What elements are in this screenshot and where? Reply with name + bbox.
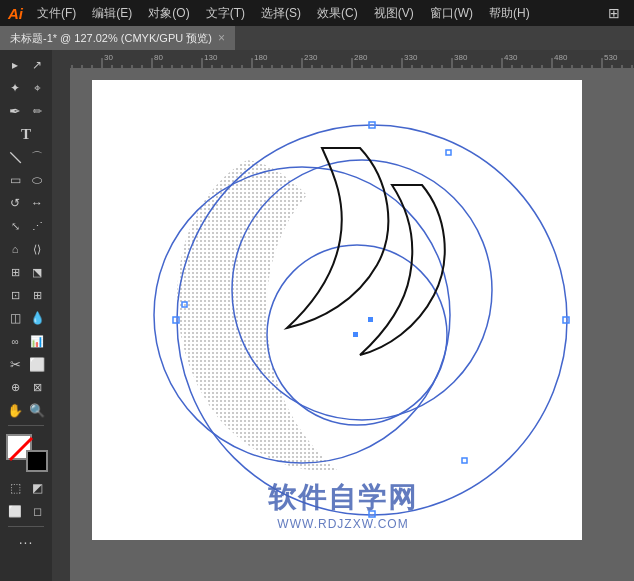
tab-title: 未标题-1* @ 127.02% (CMYK/GPU 预览) [10, 31, 212, 46]
blend-tool[interactable]: ∞ [5, 330, 25, 352]
handle-left [173, 317, 179, 323]
mesh-tool[interactable]: ⊞ [27, 284, 47, 306]
line-tools[interactable]: | ⌒ [4, 146, 48, 168]
normal-mode[interactable]: ⬜ [5, 500, 25, 522]
draw-mode[interactable]: ◻ [27, 500, 47, 522]
tab-bar: 未标题-1* @ 127.02% (CMYK/GPU 预览) × [0, 26, 634, 50]
workspace: ▸ ↗ ✦ ⌖ ✒ ✏ T | ⌒ ▭ ⬭ ↺ ↔ ⤡ ⋰ [0, 50, 634, 581]
rect-tool[interactable]: ▭ [5, 169, 25, 191]
reflect-tool[interactable]: ↔ [27, 192, 47, 214]
handle-bottom [369, 511, 375, 517]
ellipse-tool[interactable]: ⬭ [27, 169, 47, 191]
perspective-tools[interactable]: ⊡ ⊞ [4, 284, 48, 306]
black-blade-2 [360, 185, 445, 355]
separator-1 [8, 425, 44, 426]
menu-type[interactable]: 文字(T) [200, 3, 251, 24]
handle-top-right [446, 150, 451, 155]
small-circle-center [353, 332, 358, 337]
artwork-svg [92, 80, 582, 540]
zoom-tool[interactable]: 🔍 [27, 399, 47, 421]
handle-right [563, 317, 569, 323]
line-tool[interactable]: | [0, 142, 30, 172]
gradient-indicator[interactable]: ◩ [27, 477, 47, 499]
blend-tools[interactable]: ∞ 📊 [4, 330, 48, 352]
document-tab[interactable]: 未标题-1* @ 127.02% (CMYK/GPU 预览) × [0, 26, 235, 50]
cut-tools[interactable]: ✂ ⬜ [4, 353, 48, 375]
width-tool[interactable]: ⟨⟩ [27, 238, 47, 260]
artboard-tool[interactable]: ⊕ [5, 376, 25, 398]
menu-select[interactable]: 选择(S) [255, 3, 307, 24]
scale-tools[interactable]: ⤡ ⋰ [4, 215, 48, 237]
more-tools[interactable]: ··· [4, 531, 48, 553]
none-indicator[interactable]: ⬚ [5, 477, 25, 499]
selection-tools[interactable]: ▸ ↗ [4, 54, 48, 76]
lasso-tool[interactable]: ⌖ [27, 77, 47, 99]
mode-tools[interactable]: ⬜ ◻ [4, 500, 48, 522]
direct-selection-tool[interactable]: ↗ [27, 54, 47, 76]
transform-tools[interactable]: ↺ ↔ [4, 192, 48, 214]
warp-tools[interactable]: ⌂ ⟨⟩ [4, 238, 48, 260]
gradient-tools[interactable]: ◫ 💧 [4, 307, 48, 329]
slice-tool[interactable]: ⊠ [27, 376, 47, 398]
menu-bar: 文件(F) 编辑(E) 对象(O) 文字(T) 选择(S) 效果(C) 视图(V… [31, 3, 536, 24]
scale-tool[interactable]: ⤡ [5, 215, 25, 237]
scissors-tool[interactable]: ✂ [5, 353, 25, 375]
separator-2 [8, 526, 44, 527]
eraser-tool[interactable]: ⬜ [27, 353, 47, 375]
menu-window[interactable]: 窗口(W) [424, 3, 479, 24]
rotate-tool[interactable]: ↺ [5, 192, 25, 214]
color-mode-tools[interactable]: ⬚ ◩ [4, 477, 48, 499]
menu-effect[interactable]: 效果(C) [311, 3, 364, 24]
type-tool[interactable]: T [4, 123, 48, 145]
gradient-tool[interactable]: ◫ [5, 307, 25, 329]
shape-tools[interactable]: ▭ ⬭ [4, 169, 48, 191]
shape-builder[interactable]: ⊞ [5, 261, 25, 283]
menu-help[interactable]: 帮助(H) [483, 3, 536, 24]
ruler-top [52, 50, 634, 68]
curvature-tool[interactable]: ✏ [27, 100, 47, 122]
live-paint[interactable]: ⬔ [27, 261, 47, 283]
nav-tools[interactable]: ✋ 🔍 [4, 399, 48, 421]
menu-object[interactable]: 对象(O) [142, 3, 195, 24]
left-toolbar: ▸ ↗ ✦ ⌖ ✒ ✏ T | ⌒ ▭ ⬭ ↺ ↔ ⤡ ⋰ [0, 50, 52, 581]
stroke-swatch[interactable] [26, 450, 48, 472]
pen-tool[interactable]: ✒ [5, 100, 25, 122]
title-bar: Ai 文件(F) 编辑(E) 对象(O) 文字(T) 选择(S) 效果(C) 视… [0, 0, 634, 26]
magic-wand-tool[interactable]: ✦ [5, 77, 25, 99]
menu-file[interactable]: 文件(F) [31, 3, 82, 24]
ruler-left [52, 68, 70, 581]
handle-bottom-right [462, 458, 467, 463]
lasso-tools[interactable]: ✦ ⌖ [4, 77, 48, 99]
color-swatches[interactable] [4, 434, 48, 472]
center-handle [368, 317, 373, 322]
chart-tool[interactable]: 📊 [27, 330, 47, 352]
menu-view[interactable]: 视图(V) [368, 3, 420, 24]
canvas-area[interactable]: 软件自学网 WWW.RDJZXW.COM [52, 50, 634, 581]
app-logo: Ai [8, 5, 23, 22]
perspective-grid[interactable]: ⊡ [5, 284, 25, 306]
eyedropper-tool[interactable]: 💧 [27, 307, 47, 329]
layout-button[interactable]: ⊞ [602, 5, 626, 21]
ruler-top-canvas [52, 50, 634, 68]
hand-tool[interactable]: ✋ [5, 399, 25, 421]
menu-edit[interactable]: 编辑(E) [86, 3, 138, 24]
selection-tool[interactable]: ▸ [5, 54, 25, 76]
build-tools[interactable]: ⊞ ⬔ [4, 261, 48, 283]
warp-tool[interactable]: ⌂ [5, 238, 25, 260]
shear-tool[interactable]: ⋰ [27, 215, 47, 237]
artboard-tools[interactable]: ⊕ ⊠ [4, 376, 48, 398]
pen-tools[interactable]: ✒ ✏ [4, 100, 48, 122]
tab-close-button[interactable]: × [218, 31, 225, 45]
